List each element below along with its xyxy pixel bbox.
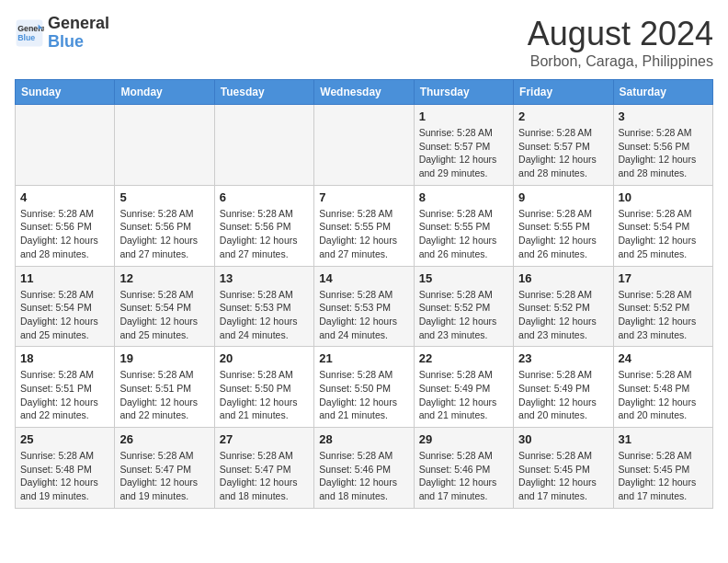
week-row-3: 11Sunrise: 5:28 AMSunset: 5:54 PMDayligh… bbox=[16, 266, 713, 347]
header-monday: Monday bbox=[115, 80, 214, 105]
logo: General Blue General Blue bbox=[15, 15, 109, 52]
calendar-cell: 31Sunrise: 5:28 AMSunset: 5:45 PMDayligh… bbox=[613, 428, 712, 509]
day-info: Sunrise: 5:28 AMSunset: 5:47 PMDaylight:… bbox=[119, 449, 209, 503]
day-number: 1 bbox=[419, 109, 508, 123]
calendar-cell: 19Sunrise: 5:28 AMSunset: 5:51 PMDayligh… bbox=[115, 347, 214, 428]
week-row-5: 25Sunrise: 5:28 AMSunset: 5:48 PMDayligh… bbox=[16, 428, 713, 509]
day-number: 14 bbox=[319, 271, 408, 285]
day-info: Sunrise: 5:28 AMSunset: 5:50 PMDaylight:… bbox=[319, 368, 408, 422]
day-number: 21 bbox=[319, 351, 408, 365]
calendar-cell: 30Sunrise: 5:28 AMSunset: 5:45 PMDayligh… bbox=[514, 428, 613, 509]
calendar-cell: 3Sunrise: 5:28 AMSunset: 5:56 PMDaylight… bbox=[613, 105, 712, 186]
calendar-cell bbox=[314, 105, 414, 186]
calendar-cell: 9Sunrise: 5:28 AMSunset: 5:55 PMDaylight… bbox=[514, 185, 613, 266]
day-number: 8 bbox=[419, 190, 508, 204]
day-info: Sunrise: 5:28 AMSunset: 5:56 PMDaylight:… bbox=[20, 207, 109, 261]
day-number: 18 bbox=[20, 351, 109, 365]
calendar-cell: 12Sunrise: 5:28 AMSunset: 5:54 PMDayligh… bbox=[115, 266, 214, 347]
calendar-cell: 4Sunrise: 5:28 AMSunset: 5:56 PMDaylight… bbox=[16, 185, 115, 266]
day-info: Sunrise: 5:28 AMSunset: 5:49 PMDaylight:… bbox=[419, 368, 508, 422]
calendar-cell: 14Sunrise: 5:28 AMSunset: 5:53 PMDayligh… bbox=[314, 266, 414, 347]
calendar-cell: 2Sunrise: 5:28 AMSunset: 5:57 PMDaylight… bbox=[514, 105, 613, 186]
day-info: Sunrise: 5:28 AMSunset: 5:53 PMDaylight:… bbox=[220, 288, 309, 342]
day-info: Sunrise: 5:28 AMSunset: 5:52 PMDaylight:… bbox=[518, 288, 608, 342]
day-number: 20 bbox=[220, 351, 309, 365]
day-info: Sunrise: 5:28 AMSunset: 5:46 PMDaylight:… bbox=[319, 449, 408, 503]
calendar-header: SundayMondayTuesdayWednesdayThursdayFrid… bbox=[16, 80, 713, 105]
calendar-cell: 22Sunrise: 5:28 AMSunset: 5:49 PMDayligh… bbox=[414, 347, 513, 428]
header-sunday: Sunday bbox=[16, 80, 115, 105]
header-tuesday: Tuesday bbox=[214, 80, 313, 105]
day-number: 31 bbox=[619, 432, 708, 446]
day-number: 29 bbox=[419, 432, 508, 446]
day-number: 5 bbox=[119, 190, 209, 204]
calendar-cell: 25Sunrise: 5:28 AMSunset: 5:48 PMDayligh… bbox=[16, 428, 115, 509]
calendar-cell: 5Sunrise: 5:28 AMSunset: 5:56 PMDaylight… bbox=[115, 185, 214, 266]
calendar-cell: 11Sunrise: 5:28 AMSunset: 5:54 PMDayligh… bbox=[16, 266, 115, 347]
calendar-cell: 17Sunrise: 5:28 AMSunset: 5:52 PMDayligh… bbox=[613, 266, 712, 347]
week-row-4: 18Sunrise: 5:28 AMSunset: 5:51 PMDayligh… bbox=[16, 347, 713, 428]
calendar-cell: 6Sunrise: 5:28 AMSunset: 5:56 PMDaylight… bbox=[214, 185, 313, 266]
day-number: 23 bbox=[518, 351, 608, 365]
day-info: Sunrise: 5:28 AMSunset: 5:51 PMDaylight:… bbox=[119, 368, 209, 422]
day-info: Sunrise: 5:28 AMSunset: 5:54 PMDaylight:… bbox=[619, 207, 708, 261]
day-number: 16 bbox=[518, 271, 608, 285]
day-info: Sunrise: 5:28 AMSunset: 5:49 PMDaylight:… bbox=[518, 368, 608, 422]
day-number: 15 bbox=[419, 271, 508, 285]
calendar-cell: 18Sunrise: 5:28 AMSunset: 5:51 PMDayligh… bbox=[16, 347, 115, 428]
calendar-cell: 7Sunrise: 5:28 AMSunset: 5:55 PMDaylight… bbox=[314, 185, 414, 266]
header-wednesday: Wednesday bbox=[314, 80, 414, 105]
calendar-cell: 10Sunrise: 5:28 AMSunset: 5:54 PMDayligh… bbox=[613, 185, 712, 266]
day-info: Sunrise: 5:28 AMSunset: 5:51 PMDaylight:… bbox=[20, 368, 109, 422]
day-number: 9 bbox=[518, 190, 608, 204]
day-info: Sunrise: 5:28 AMSunset: 5:47 PMDaylight:… bbox=[220, 449, 309, 503]
week-row-1: 1Sunrise: 5:28 AMSunset: 5:57 PMDaylight… bbox=[16, 105, 713, 186]
header-saturday: Saturday bbox=[613, 80, 712, 105]
logo-icon: General Blue bbox=[15, 18, 44, 48]
page-header: General Blue General Blue August 2024 Bo… bbox=[15, 15, 713, 70]
day-number: 27 bbox=[220, 432, 309, 446]
day-info: Sunrise: 5:28 AMSunset: 5:55 PMDaylight:… bbox=[419, 207, 508, 261]
day-info: Sunrise: 5:28 AMSunset: 5:52 PMDaylight:… bbox=[619, 288, 708, 342]
calendar-cell: 16Sunrise: 5:28 AMSunset: 5:52 PMDayligh… bbox=[514, 266, 613, 347]
calendar-cell: 8Sunrise: 5:28 AMSunset: 5:55 PMDaylight… bbox=[414, 185, 513, 266]
day-number: 2 bbox=[518, 109, 608, 123]
calendar-cell: 29Sunrise: 5:28 AMSunset: 5:46 PMDayligh… bbox=[414, 428, 513, 509]
day-number: 10 bbox=[619, 190, 708, 204]
day-info: Sunrise: 5:28 AMSunset: 5:50 PMDaylight:… bbox=[220, 368, 309, 422]
day-number: 12 bbox=[119, 271, 209, 285]
header-thursday: Thursday bbox=[414, 80, 513, 105]
calendar-cell: 20Sunrise: 5:28 AMSunset: 5:50 PMDayligh… bbox=[214, 347, 313, 428]
calendar-table: SundayMondayTuesdayWednesdayThursdayFrid… bbox=[15, 79, 713, 509]
svg-text:General: General bbox=[17, 24, 44, 33]
calendar-cell: 15Sunrise: 5:28 AMSunset: 5:52 PMDayligh… bbox=[414, 266, 513, 347]
calendar-cell: 26Sunrise: 5:28 AMSunset: 5:47 PMDayligh… bbox=[115, 428, 214, 509]
calendar-cell: 27Sunrise: 5:28 AMSunset: 5:47 PMDayligh… bbox=[214, 428, 313, 509]
day-number: 26 bbox=[119, 432, 209, 446]
day-info: Sunrise: 5:28 AMSunset: 5:54 PMDaylight:… bbox=[119, 288, 209, 342]
day-info: Sunrise: 5:28 AMSunset: 5:53 PMDaylight:… bbox=[319, 288, 408, 342]
day-number: 17 bbox=[619, 271, 708, 285]
day-info: Sunrise: 5:28 AMSunset: 5:55 PMDaylight:… bbox=[518, 207, 608, 261]
calendar-body: 1Sunrise: 5:28 AMSunset: 5:57 PMDaylight… bbox=[16, 105, 713, 509]
title-block: August 2024 Borbon, Caraga, Philippines bbox=[528, 15, 713, 70]
week-row-2: 4Sunrise: 5:28 AMSunset: 5:56 PMDaylight… bbox=[16, 185, 713, 266]
calendar-cell: 23Sunrise: 5:28 AMSunset: 5:49 PMDayligh… bbox=[514, 347, 613, 428]
day-number: 24 bbox=[619, 351, 708, 365]
calendar-cell bbox=[115, 105, 214, 186]
day-number: 4 bbox=[20, 190, 109, 204]
day-info: Sunrise: 5:28 AMSunset: 5:57 PMDaylight:… bbox=[419, 126, 508, 180]
day-info: Sunrise: 5:28 AMSunset: 5:48 PMDaylight:… bbox=[20, 449, 109, 503]
day-number: 22 bbox=[419, 351, 508, 365]
day-number: 13 bbox=[220, 271, 309, 285]
day-info: Sunrise: 5:28 AMSunset: 5:57 PMDaylight:… bbox=[518, 126, 608, 180]
day-number: 30 bbox=[518, 432, 608, 446]
day-info: Sunrise: 5:28 AMSunset: 5:48 PMDaylight:… bbox=[619, 368, 708, 422]
day-info: Sunrise: 5:28 AMSunset: 5:54 PMDaylight:… bbox=[20, 288, 109, 342]
day-number: 7 bbox=[319, 190, 408, 204]
calendar-cell: 21Sunrise: 5:28 AMSunset: 5:50 PMDayligh… bbox=[314, 347, 414, 428]
calendar-cell: 24Sunrise: 5:28 AMSunset: 5:48 PMDayligh… bbox=[613, 347, 712, 428]
day-number: 28 bbox=[319, 432, 408, 446]
calendar-cell: 13Sunrise: 5:28 AMSunset: 5:53 PMDayligh… bbox=[214, 266, 313, 347]
month-year: August 2024 bbox=[528, 15, 713, 53]
